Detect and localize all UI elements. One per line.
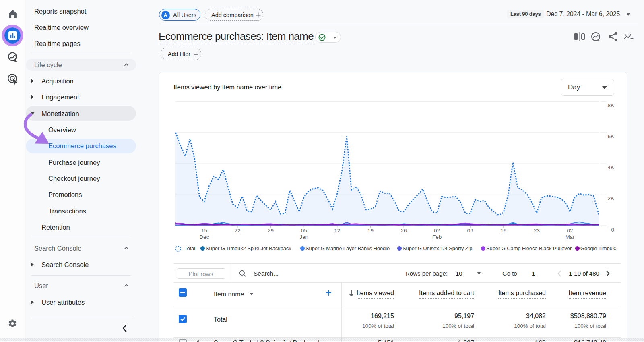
svg-text:22: 22 (234, 228, 240, 234)
svg-text:23: 23 (534, 228, 540, 234)
svg-text:15: 15 (201, 228, 207, 234)
svg-text:6K: 6K (607, 133, 614, 139)
svg-text:2K: 2K (607, 195, 614, 201)
svg-text:Feb: Feb (432, 234, 442, 240)
svg-text:0: 0 (611, 227, 614, 233)
svg-text:Mar: Mar (565, 234, 575, 240)
svg-text:8K: 8K (607, 102, 614, 108)
svg-text:19: 19 (367, 228, 374, 234)
svg-text:12: 12 (334, 228, 340, 234)
svg-text:26: 26 (400, 228, 407, 234)
svg-text:4K: 4K (607, 164, 614, 170)
svg-text:16: 16 (500, 228, 506, 234)
svg-text:05: 05 (301, 228, 307, 234)
svg-text:09: 09 (467, 228, 473, 234)
svg-text:02: 02 (567, 228, 573, 234)
svg-text:29: 29 (268, 228, 274, 234)
svg-text:Jan: Jan (299, 234, 308, 240)
svg-text:02: 02 (434, 228, 440, 234)
svg-text:Dec: Dec (199, 234, 209, 240)
